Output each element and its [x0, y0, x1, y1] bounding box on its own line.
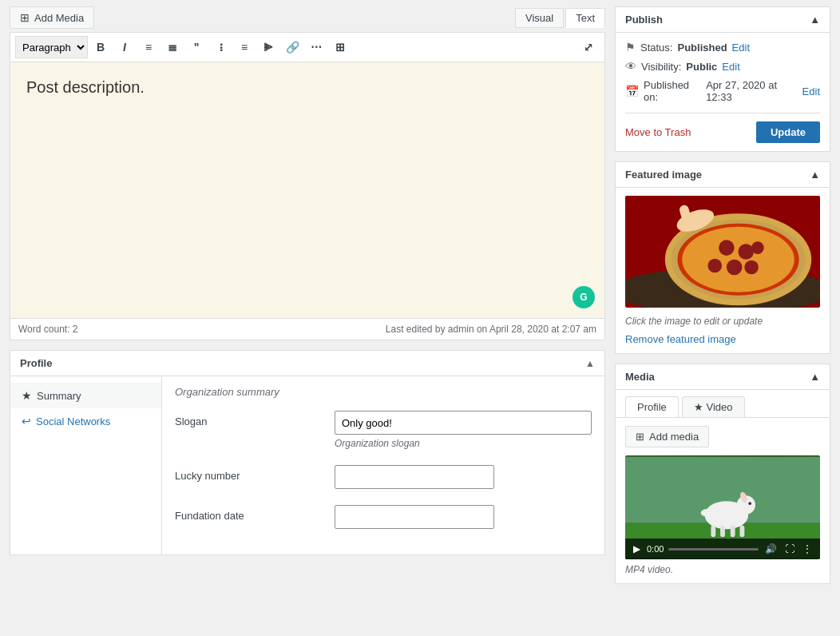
- add-media-icon: ⊞: [20, 11, 30, 24]
- featured-image-preview[interactable]: [625, 196, 820, 308]
- svg-point-24: [701, 509, 714, 517]
- svg-point-25: [748, 502, 751, 505]
- sidebar-item-social-networks[interactable]: ↩ Social Networks: [10, 408, 161, 434]
- profile-section-body: ★ Summary ↩ Social Networks Organization…: [10, 376, 604, 555]
- remove-featured-image-link[interactable]: Remove featured image: [625, 333, 736, 345]
- sidebar-item-summary[interactable]: ★ Summary: [10, 383, 161, 408]
- visual-tab[interactable]: Visual: [515, 8, 564, 28]
- table-button[interactable]: ⊞: [329, 36, 351, 58]
- eye-icon: 👁: [625, 60, 636, 73]
- add-media-button[interactable]: ⊞ Add Media: [10, 6, 94, 29]
- lucky-number-label: Lucky number: [175, 465, 335, 482]
- ul-button[interactable]: ≡: [137, 36, 160, 58]
- visibility-row: 👁 Visibility: Public Edit: [625, 60, 820, 73]
- volume-button[interactable]: 🔊: [763, 542, 779, 556]
- svg-point-7: [739, 244, 755, 260]
- calendar-icon: 📅: [625, 85, 639, 97]
- add-media-label: Add Media: [34, 12, 84, 24]
- published-row: 📅 Published on: Apr 27, 2020 at 12:33 Ed…: [625, 79, 820, 103]
- featured-image-body: Click the image to edit or update Remove…: [616, 188, 830, 353]
- visibility-value: Public: [686, 61, 717, 73]
- align-right-button[interactable]: ⫸: [257, 36, 279, 58]
- svg-rect-23: [739, 525, 744, 537]
- profile-section-header[interactable]: Profile ▲: [10, 351, 604, 376]
- italic-button[interactable]: I: [113, 36, 136, 58]
- text-tab[interactable]: Text: [565, 8, 605, 28]
- star-icon: ★: [22, 389, 32, 402]
- published-label: Published on:: [644, 79, 701, 103]
- slogan-input[interactable]: [335, 411, 592, 435]
- blockquote-button[interactable]: ": [185, 36, 208, 58]
- align-left-button[interactable]: ⫶: [209, 36, 232, 58]
- publish-chevron-icon: ▲: [810, 14, 820, 26]
- align-center-button[interactable]: ≡: [233, 36, 256, 58]
- video-player-wrap: ▶ 0:00 🔊 ⛶ ⋮: [625, 455, 820, 559]
- slogan-help: Organization slogan: [335, 438, 592, 449]
- social-networks-label: Social Networks: [36, 415, 110, 427]
- bold-button[interactable]: B: [89, 36, 112, 58]
- editor-content-area[interactable]: Post description. G: [10, 62, 604, 318]
- paragraph-select[interactable]: Paragraph: [15, 36, 88, 58]
- time-display: 0:00: [647, 544, 664, 554]
- media-tab-video[interactable]: ★ Video: [682, 396, 745, 417]
- svg-point-10: [744, 260, 759, 275]
- slogan-field-row: Slogan Organization slogan: [175, 411, 592, 449]
- last-edited: Last edited by admin on April 28, 2020 a…: [386, 324, 596, 335]
- media-box: Media ▲ Profile ★ Video ⊞ Add media: [615, 364, 830, 584]
- publish-box-body: ⚑ Status: Published Edit 👁 Visibility: P…: [616, 33, 830, 151]
- svg-rect-21: [720, 525, 725, 537]
- video-progress-bar[interactable]: [668, 548, 759, 551]
- featured-image-help: Click the image to edit or update: [625, 316, 820, 327]
- update-button[interactable]: Update: [756, 121, 820, 143]
- ol-button[interactable]: ≣: [161, 36, 184, 58]
- summary-label: Summary: [37, 390, 81, 402]
- profile-section-title: Profile: [20, 357, 52, 369]
- media-title: Media: [625, 371, 655, 383]
- media-chevron-icon: ▲: [810, 371, 820, 383]
- svg-point-5: [682, 227, 794, 292]
- profile-section: Profile ▲ ★ Summary ↩ Social Networks: [10, 350, 605, 555]
- status-edit-link[interactable]: Edit: [732, 42, 750, 54]
- add-media-small-button[interactable]: ⊞ Add media: [625, 426, 709, 447]
- svg-point-9: [707, 259, 722, 273]
- expand-button[interactable]: ⤢: [577, 36, 600, 58]
- add-media-small-label: Add media: [649, 431, 699, 443]
- move-to-trash-link[interactable]: Move to Trash: [625, 126, 691, 138]
- flag-icon: ⚑: [625, 41, 636, 54]
- published-value: Apr 27, 2020 at 12:33: [706, 79, 797, 103]
- video-label: MP4 video.: [625, 564, 820, 575]
- featured-image-header: Featured image ▲: [616, 162, 830, 188]
- video-player: ▶ 0:00 🔊 ⛶ ⋮: [625, 455, 820, 559]
- visibility-edit-link[interactable]: Edit: [722, 61, 739, 73]
- more-options-button[interactable]: ⋮: [801, 542, 814, 556]
- more-button[interactable]: ⋯: [305, 36, 327, 58]
- media-tab-profile[interactable]: Profile: [625, 396, 679, 417]
- fundation-date-input[interactable]: [335, 505, 494, 529]
- editor-toolbar: Paragraph B I ≡ ≣ " ⫶ ≡ ⫸ 🔗 ⋯ ⊞ ⤢: [10, 33, 604, 62]
- word-count: Word count: 2: [18, 324, 77, 335]
- profile-chevron-up-icon: ▲: [585, 358, 595, 369]
- media-box-header: Media ▲: [616, 364, 830, 390]
- pizza-image: [625, 196, 820, 308]
- publish-actions: Move to Trash Update: [625, 113, 820, 143]
- svg-rect-22: [731, 525, 735, 537]
- add-media-small-icon: ⊞: [636, 431, 644, 443]
- fullscreen-button[interactable]: ⛶: [783, 542, 796, 556]
- profile-sidebar: ★ Summary ↩ Social Networks: [10, 376, 162, 555]
- svg-point-11: [751, 241, 764, 254]
- published-edit-link[interactable]: Edit: [802, 85, 820, 97]
- video-controls: ▶ 0:00 🔊 ⛶ ⋮: [625, 539, 820, 559]
- status-value: Published: [677, 42, 727, 54]
- lucky-number-field-row: Lucky number: [175, 465, 592, 489]
- link-button[interactable]: 🔗: [281, 36, 303, 58]
- org-summary-placeholder: Organization summary: [175, 386, 592, 398]
- lucky-number-input[interactable]: [335, 465, 494, 489]
- fundation-date-label: Fundation date: [175, 505, 335, 522]
- publish-box: Publish ▲ ⚑ Status: Published Edit 👁 Vis…: [615, 6, 830, 152]
- svg-rect-20: [711, 525, 715, 537]
- play-button[interactable]: ▶: [632, 542, 642, 556]
- grammarly-icon: G: [573, 286, 595, 308]
- arrow-right-icon: ↩: [22, 415, 31, 427]
- featured-image-box: Featured image ▲: [615, 161, 830, 354]
- featured-image-chevron-icon: ▲: [810, 169, 820, 181]
